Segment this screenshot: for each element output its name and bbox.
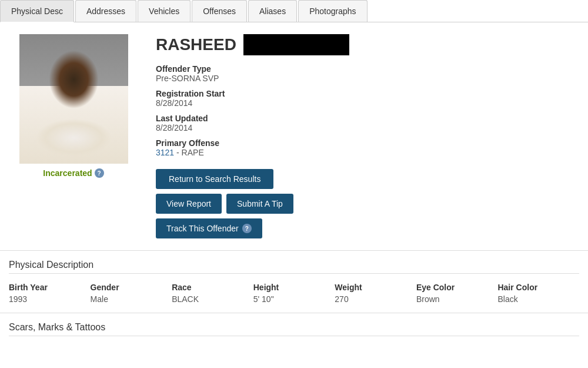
tab-aliases[interactable]: Aliases bbox=[248, 0, 297, 22]
last-updated-value: 8/28/2014 bbox=[156, 123, 579, 132]
action-buttons: Return to Search Results View Report Sub… bbox=[156, 169, 579, 238]
registration-start-row: Registration Start 8/28/2014 bbox=[156, 89, 579, 108]
tab-vehicles[interactable]: Vehicles bbox=[138, 0, 191, 22]
offender-type-row: Offender Type Pre-SORNA SVP bbox=[156, 64, 579, 83]
last-updated-label: Last Updated bbox=[156, 114, 579, 123]
weight-col: Weight 270 bbox=[335, 283, 416, 304]
offense-code-link[interactable]: 3121 bbox=[156, 148, 174, 157]
primary-offense-label: Primary Offense bbox=[156, 138, 579, 148]
registration-start-label: Registration Start bbox=[156, 89, 579, 98]
physical-grid: Birth Year 1993 Gender Male Race BLACK H… bbox=[9, 283, 579, 304]
offense-desc: - RAPE bbox=[176, 148, 204, 157]
primary-offense-row: Primary Offense 3121 - RAPE bbox=[156, 138, 579, 157]
race-value: BLACK bbox=[172, 294, 248, 304]
hair-color-value: Black bbox=[497, 294, 573, 304]
status-badge: Incarcerated ? bbox=[9, 168, 138, 178]
status-help-icon[interactable]: ? bbox=[95, 168, 104, 178]
tab-physical-desc[interactable]: Physical Desc bbox=[0, 0, 74, 22]
tab-addresses[interactable]: Addresses bbox=[75, 0, 136, 22]
height-col: Height 5' 10" bbox=[253, 283, 335, 304]
gender-label: Gender bbox=[91, 283, 166, 292]
race-label: Race bbox=[172, 283, 248, 292]
birth-year-value: 1993 bbox=[9, 294, 85, 304]
gender-col: Gender Male bbox=[91, 283, 172, 304]
eye-color-col: Eye Color Brown bbox=[416, 283, 498, 304]
eye-color-value: Brown bbox=[416, 294, 492, 304]
offender-name-row: RASHEED bbox=[156, 34, 579, 55]
physical-description-section: Physical Description Birth Year 1993 Gen… bbox=[0, 250, 588, 313]
return-to-search-button[interactable]: Return to Search Results bbox=[156, 169, 273, 189]
submit-tip-button[interactable]: Submit A Tip bbox=[226, 194, 293, 214]
btn-row-2: View Report Submit A Tip bbox=[156, 194, 293, 214]
birth-year-col: Birth Year 1993 bbox=[9, 283, 91, 304]
gender-value: Male bbox=[91, 294, 166, 304]
primary-offense-value: 3121 - RAPE bbox=[156, 148, 579, 157]
scars-section: Scars, Marks & Tattoos bbox=[0, 313, 588, 345]
hair-color-col: Hair Color Black bbox=[497, 283, 579, 304]
last-updated-row: Last Updated 8/28/2014 bbox=[156, 114, 579, 132]
registration-start-value: 8/28/2014 bbox=[156, 98, 579, 108]
offender-first-name: RASHEED bbox=[156, 35, 236, 54]
scars-title: Scars, Marks & Tattoos bbox=[9, 322, 579, 336]
height-value: 5' 10" bbox=[253, 294, 329, 304]
left-panel: Incarcerated ? bbox=[9, 34, 138, 238]
offender-type-value: Pre-SORNA SVP bbox=[156, 74, 579, 83]
eye-color-label: Eye Color bbox=[416, 283, 492, 292]
birth-year-label: Birth Year bbox=[9, 283, 85, 292]
tab-bar: Physical Desc Addresses Vehicles Offense… bbox=[0, 0, 588, 22]
tab-offenses[interactable]: Offenses bbox=[192, 0, 247, 22]
track-help-icon[interactable]: ? bbox=[242, 224, 252, 233]
tab-photographs[interactable]: Photographs bbox=[298, 0, 367, 22]
weight-value: 270 bbox=[335, 294, 410, 304]
offender-type-label: Offender Type bbox=[156, 64, 579, 74]
view-report-button[interactable]: View Report bbox=[156, 194, 222, 214]
race-col: Race BLACK bbox=[172, 283, 253, 304]
photo-image bbox=[19, 34, 128, 164]
offender-photo bbox=[19, 34, 128, 164]
offender-last-name-redacted bbox=[243, 34, 349, 55]
weight-label: Weight bbox=[335, 283, 410, 292]
physical-description-title: Physical Description bbox=[9, 260, 579, 274]
right-panel: RASHEED Offender Type Pre-SORNA SVP Regi… bbox=[138, 34, 579, 238]
track-offender-button[interactable]: Track This Offender ? bbox=[156, 218, 262, 238]
height-label: Height bbox=[253, 283, 329, 292]
hair-color-label: Hair Color bbox=[497, 283, 573, 292]
main-content: Incarcerated ? RASHEED Offender Type Pre… bbox=[0, 22, 588, 250]
